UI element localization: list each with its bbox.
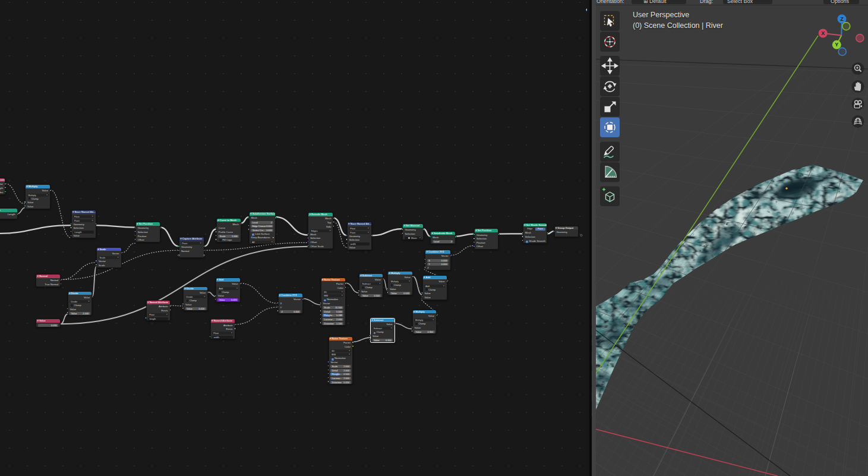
svg-text:⊞ Default: ⊞ Default bbox=[643, 0, 667, 4]
svg-text:Options: Options bbox=[831, 0, 850, 4]
svg-text:Z: Z bbox=[840, 16, 844, 22]
svg-text:Drag:: Drag: bbox=[700, 0, 713, 4]
svg-text:X: X bbox=[821, 30, 825, 36]
svg-text:Y: Y bbox=[835, 42, 838, 48]
svg-text:Orientation:: Orientation: bbox=[596, 0, 624, 4]
svg-text:Select Box: Select Box bbox=[727, 0, 753, 4]
